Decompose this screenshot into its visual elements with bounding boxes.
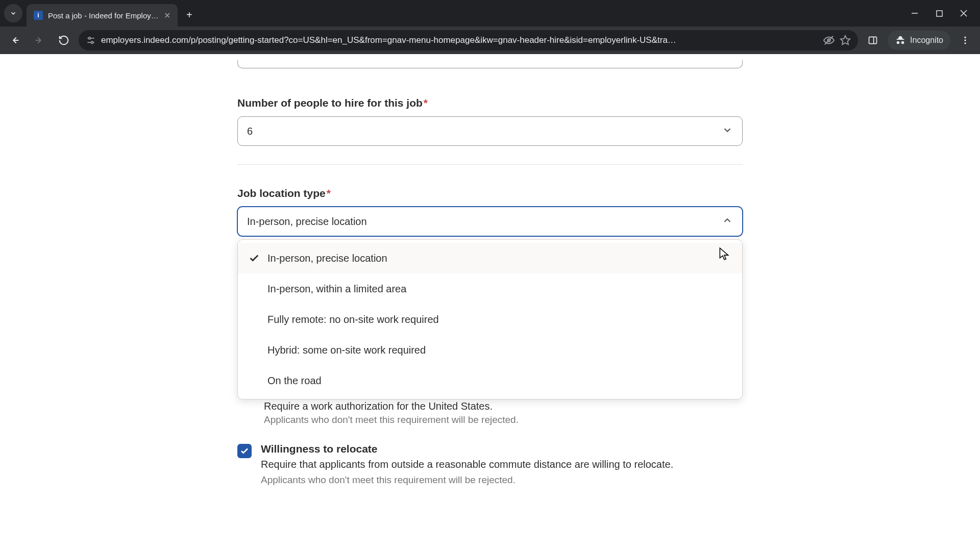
sidepanel-icon[interactable] <box>863 31 883 50</box>
svg-point-9 <box>91 41 93 43</box>
incognito-icon <box>895 35 906 46</box>
menu-icon[interactable] <box>955 31 975 50</box>
address-bar[interactable]: employers.indeed.com/p/posting/getting-s… <box>79 30 858 51</box>
bookmark-star-icon[interactable] <box>840 35 851 46</box>
svg-point-8 <box>88 37 90 39</box>
browser-tab-active[interactable]: i Post a job - Indeed for Employ… ✕ <box>27 4 178 27</box>
relocate-description: Require that applicants from outside a r… <box>261 457 673 471</box>
form-container: Number of people to hire for this job* 6… <box>237 54 743 486</box>
field-willingness-to-relocate: Willingness to relocate Require that app… <box>237 443 743 486</box>
back-button[interactable] <box>5 31 24 50</box>
maximize-icon[interactable] <box>933 7 945 19</box>
svg-point-16 <box>964 39 966 41</box>
option-on-the-road[interactable]: On the road <box>238 365 742 396</box>
option-fully-remote[interactable]: Fully remote: no on-site work required <box>238 304 742 335</box>
svg-point-15 <box>964 37 966 38</box>
option-hybrid[interactable]: Hybrid: some on-site work required <box>238 335 742 365</box>
obscured-requirement-text: Require a work authorization for the Uni… <box>237 400 743 425</box>
chevron-down-icon <box>722 124 733 138</box>
page-viewport: Number of people to hire for this job* 6… <box>0 54 980 551</box>
browser-window: i Post a job - Indeed for Employ… ✕ + <box>0 0 980 551</box>
tab-close-icon[interactable]: ✕ <box>164 11 170 20</box>
required-asterisk: * <box>327 187 331 199</box>
svg-marker-12 <box>841 36 850 44</box>
svg-point-17 <box>964 42 966 44</box>
relocate-hint: Applicants who don't meet this requireme… <box>261 474 673 486</box>
location-dropdown: In-person, precise location In-person, w… <box>237 239 743 399</box>
site-settings-icon[interactable] <box>86 35 96 45</box>
url-text: employers.indeed.com/p/posting/getting-s… <box>101 35 818 45</box>
location-label: Job location type* <box>237 187 743 199</box>
option-in-person-precise[interactable]: In-person, precise location <box>238 243 742 273</box>
field-number-of-people: Number of people to hire for this job* 6 <box>237 97 743 146</box>
incognito-label: Incognito <box>910 36 943 45</box>
relocate-title: Willingness to relocate <box>261 443 673 455</box>
required-asterisk: * <box>424 97 428 109</box>
tab-search-button[interactable] <box>4 4 22 22</box>
favicon-icon: i <box>34 11 43 20</box>
incognito-badge[interactable]: Incognito <box>888 31 950 50</box>
chevron-up-icon <box>722 215 733 229</box>
people-select-value: 6 <box>247 126 253 137</box>
people-label: Number of people to hire for this job* <box>237 97 743 109</box>
new-tab-button[interactable]: + <box>181 6 198 23</box>
browser-toolbar: employers.indeed.com/p/posting/getting-s… <box>0 27 980 54</box>
close-window-icon[interactable] <box>958 7 970 19</box>
window-controls <box>909 7 976 19</box>
eye-off-icon[interactable] <box>823 35 835 46</box>
reload-button[interactable] <box>54 31 74 50</box>
option-in-person-limited-area[interactable]: In-person, within a limited area <box>238 273 742 304</box>
field-job-location-type: Job location type* In-person, precise lo… <box>237 187 743 399</box>
svg-rect-1 <box>936 10 942 16</box>
people-select[interactable]: 6 <box>237 116 743 146</box>
check-icon <box>248 253 260 264</box>
page-scroll[interactable]: Number of people to hire for this job* 6… <box>0 54 980 551</box>
location-select[interactable]: In-person, precise location <box>237 207 743 236</box>
svg-rect-13 <box>869 37 877 43</box>
relocate-checkbox[interactable] <box>237 444 252 458</box>
browser-titlebar: i Post a job - Indeed for Employ… ✕ + <box>0 0 980 27</box>
tab-title: Post a job - Indeed for Employ… <box>48 11 159 20</box>
forward-button[interactable] <box>30 31 49 50</box>
section-divider <box>237 164 743 165</box>
location-select-value: In-person, precise location <box>247 216 367 228</box>
truncated-field-above[interactable] <box>237 60 743 68</box>
minimize-icon[interactable] <box>909 7 921 19</box>
